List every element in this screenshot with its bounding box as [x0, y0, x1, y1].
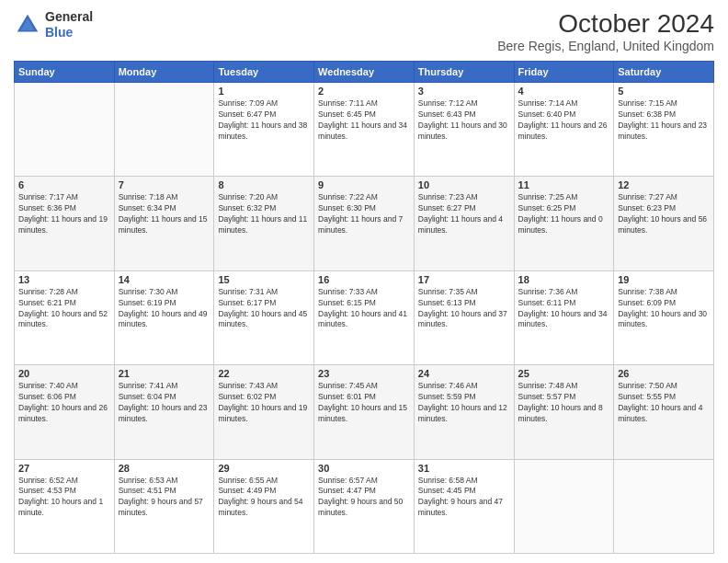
- calendar-cell: 26Sunrise: 7:50 AMSunset: 5:55 PMDayligh…: [614, 365, 714, 459]
- week-row-2: 6Sunrise: 7:17 AMSunset: 6:36 PMDaylight…: [15, 177, 714, 270]
- day-number: 13: [18, 274, 110, 285]
- day-number: 7: [119, 179, 210, 190]
- logo: General Blue: [14, 9, 93, 40]
- day-info: Sunrise: 7:45 AMSunset: 6:01 PMDaylight:…: [318, 381, 410, 425]
- subtitle: Bere Regis, England, United Kingdom: [497, 39, 714, 53]
- day-info: Sunrise: 6:57 AMSunset: 4:47 PMDaylight:…: [318, 476, 410, 520]
- day-header-sunday: Sunday: [15, 62, 115, 83]
- calendar-cell: 5Sunrise: 7:15 AMSunset: 6:38 PMDaylight…: [614, 83, 714, 177]
- calendar-cell: [614, 459, 714, 553]
- day-number: 27: [18, 463, 110, 474]
- day-info: Sunrise: 7:30 AMSunset: 6:19 PMDaylight:…: [119, 287, 210, 331]
- calendar-cell: 10Sunrise: 7:23 AMSunset: 6:27 PMDayligh…: [414, 177, 514, 270]
- day-number: 26: [618, 368, 710, 379]
- day-number: 11: [518, 179, 610, 190]
- page: General Blue October 2024 Bere Regis, En…: [0, 0, 728, 563]
- calendar-cell: 18Sunrise: 7:36 AMSunset: 6:11 PMDayligh…: [514, 270, 614, 364]
- day-info: Sunrise: 7:25 AMSunset: 6:25 PMDaylight:…: [518, 192, 610, 236]
- day-number: 16: [318, 274, 410, 285]
- day-info: Sunrise: 7:46 AMSunset: 5:59 PMDaylight:…: [418, 381, 510, 425]
- day-info: Sunrise: 7:27 AMSunset: 6:23 PMDaylight:…: [618, 192, 710, 236]
- day-info: Sunrise: 7:15 AMSunset: 6:38 PMDaylight:…: [618, 98, 710, 143]
- day-header-tuesday: Tuesday: [214, 62, 314, 83]
- day-info: Sunrise: 7:12 AMSunset: 6:43 PMDaylight:…: [418, 98, 510, 143]
- day-number: 2: [318, 86, 410, 97]
- calendar-cell: [15, 83, 115, 177]
- day-info: Sunrise: 7:33 AMSunset: 6:15 PMDaylight:…: [318, 287, 410, 331]
- day-number: 6: [18, 179, 110, 190]
- calendar-cell: [114, 83, 214, 177]
- day-header-thursday: Thursday: [414, 62, 514, 83]
- calendar-cell: 27Sunrise: 6:52 AMSunset: 4:53 PMDayligh…: [15, 459, 115, 553]
- day-number: 29: [218, 463, 310, 474]
- day-header-monday: Monday: [114, 62, 214, 83]
- calendar-cell: 22Sunrise: 7:43 AMSunset: 6:02 PMDayligh…: [214, 365, 314, 459]
- calendar-cell: 20Sunrise: 7:40 AMSunset: 6:06 PMDayligh…: [15, 365, 115, 459]
- logo-text: General Blue: [45, 9, 93, 40]
- header: General Blue October 2024 Bere Regis, En…: [14, 9, 714, 53]
- calendar-cell: 1Sunrise: 7:09 AMSunset: 6:47 PMDaylight…: [214, 83, 314, 177]
- calendar-cell: 3Sunrise: 7:12 AMSunset: 6:43 PMDaylight…: [414, 83, 514, 177]
- day-info: Sunrise: 7:14 AMSunset: 6:40 PMDaylight:…: [518, 98, 610, 143]
- calendar-cell: 28Sunrise: 6:53 AMSunset: 4:51 PMDayligh…: [114, 459, 214, 553]
- day-number: 22: [218, 368, 310, 379]
- day-info: Sunrise: 7:43 AMSunset: 6:02 PMDaylight:…: [218, 381, 310, 425]
- day-number: 18: [518, 274, 610, 285]
- calendar-cell: 25Sunrise: 7:48 AMSunset: 5:57 PMDayligh…: [514, 365, 614, 459]
- day-number: 28: [119, 463, 210, 474]
- week-row-4: 20Sunrise: 7:40 AMSunset: 6:06 PMDayligh…: [15, 365, 714, 459]
- day-info: Sunrise: 7:38 AMSunset: 6:09 PMDaylight:…: [618, 287, 710, 331]
- day-header-wednesday: Wednesday: [314, 62, 415, 83]
- calendar-cell: 9Sunrise: 7:22 AMSunset: 6:30 PMDaylight…: [314, 177, 415, 270]
- day-info: Sunrise: 7:22 AMSunset: 6:30 PMDaylight:…: [318, 192, 410, 236]
- day-info: Sunrise: 7:23 AMSunset: 6:27 PMDaylight:…: [418, 192, 510, 236]
- week-row-3: 13Sunrise: 7:28 AMSunset: 6:21 PMDayligh…: [15, 270, 714, 364]
- day-number: 21: [119, 368, 210, 379]
- day-info: Sunrise: 6:53 AMSunset: 4:51 PMDaylight:…: [119, 476, 210, 520]
- day-info: Sunrise: 6:55 AMSunset: 4:49 PMDaylight:…: [218, 476, 310, 520]
- day-number: 10: [418, 179, 510, 190]
- day-number: 23: [318, 368, 410, 379]
- day-info: Sunrise: 7:09 AMSunset: 6:47 PMDaylight:…: [218, 98, 310, 143]
- calendar-cell: 29Sunrise: 6:55 AMSunset: 4:49 PMDayligh…: [214, 459, 314, 553]
- calendar-cell: 16Sunrise: 7:33 AMSunset: 6:15 PMDayligh…: [314, 270, 415, 364]
- day-number: 8: [218, 179, 310, 190]
- day-number: 9: [318, 179, 410, 190]
- logo-blue: Blue: [45, 25, 73, 40]
- calendar-cell: 7Sunrise: 7:18 AMSunset: 6:34 PMDaylight…: [114, 177, 214, 270]
- calendar-cell: 2Sunrise: 7:11 AMSunset: 6:45 PMDaylight…: [314, 83, 415, 177]
- day-number: 25: [518, 368, 610, 379]
- calendar-cell: 11Sunrise: 7:25 AMSunset: 6:25 PMDayligh…: [514, 177, 614, 270]
- week-row-1: 1Sunrise: 7:09 AMSunset: 6:47 PMDaylight…: [15, 83, 714, 177]
- month-title: October 2024: [497, 9, 714, 39]
- calendar-cell: 14Sunrise: 7:30 AMSunset: 6:19 PMDayligh…: [114, 270, 214, 364]
- logo-general: General: [45, 9, 93, 24]
- day-number: 3: [418, 86, 510, 97]
- calendar-cell: 23Sunrise: 7:45 AMSunset: 6:01 PMDayligh…: [314, 365, 415, 459]
- calendar-cell: 4Sunrise: 7:14 AMSunset: 6:40 PMDaylight…: [514, 83, 614, 177]
- day-number: 31: [418, 463, 510, 474]
- day-number: 14: [119, 274, 210, 285]
- calendar-cell: 24Sunrise: 7:46 AMSunset: 5:59 PMDayligh…: [414, 365, 514, 459]
- day-number: 12: [618, 179, 710, 190]
- calendar-cell: 12Sunrise: 7:27 AMSunset: 6:23 PMDayligh…: [614, 177, 714, 270]
- day-info: Sunrise: 7:11 AMSunset: 6:45 PMDaylight:…: [318, 98, 410, 143]
- day-number: 1: [218, 86, 310, 97]
- day-header-friday: Friday: [514, 62, 614, 83]
- logo-icon: [14, 11, 41, 39]
- calendar-cell: 8Sunrise: 7:20 AMSunset: 6:32 PMDaylight…: [214, 177, 314, 270]
- day-number: 24: [418, 368, 510, 379]
- day-info: Sunrise: 7:50 AMSunset: 5:55 PMDaylight:…: [618, 381, 710, 425]
- title-block: October 2024 Bere Regis, England, United…: [497, 9, 714, 53]
- day-info: Sunrise: 6:58 AMSunset: 4:45 PMDaylight:…: [418, 476, 510, 520]
- day-number: 17: [418, 274, 510, 285]
- day-info: Sunrise: 7:18 AMSunset: 6:34 PMDaylight:…: [119, 192, 210, 236]
- day-number: 5: [618, 86, 710, 97]
- days-header-row: SundayMondayTuesdayWednesdayThursdayFrid…: [15, 62, 714, 83]
- day-info: Sunrise: 7:17 AMSunset: 6:36 PMDaylight:…: [18, 192, 110, 236]
- calendar-cell: 13Sunrise: 7:28 AMSunset: 6:21 PMDayligh…: [15, 270, 115, 364]
- day-info: Sunrise: 6:52 AMSunset: 4:53 PMDaylight:…: [18, 476, 110, 520]
- day-info: Sunrise: 7:36 AMSunset: 6:11 PMDaylight:…: [518, 287, 610, 331]
- calendar-cell: 6Sunrise: 7:17 AMSunset: 6:36 PMDaylight…: [15, 177, 115, 270]
- day-header-saturday: Saturday: [614, 62, 714, 83]
